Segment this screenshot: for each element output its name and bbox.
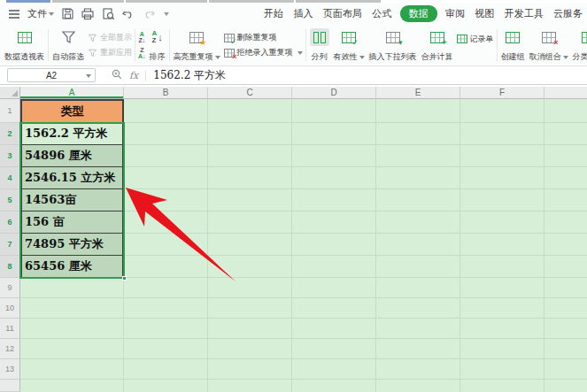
cell-a6[interactable]: 156 亩 — [20, 211, 124, 234]
empty-cells[interactable] — [124, 319, 587, 339]
row-header-6[interactable]: 6 — [0, 211, 20, 234]
sort-icon: AZ↓ — [151, 28, 162, 46]
sort-button[interactable]: AZ↓ 排序 — [149, 26, 166, 65]
doc-tab-edge[interactable] — [126, 0, 207, 3]
tab-view[interactable]: 视图 — [473, 5, 496, 22]
row-header-12[interactable]: 12 — [0, 339, 20, 359]
empty-cell[interactable] — [20, 380, 124, 392]
pivot-table-button[interactable]: 数据透视表 — [4, 26, 45, 65]
tab-formulas[interactable]: 公式 — [370, 5, 393, 22]
cell-a3[interactable]: 54896 厘米 — [20, 145, 124, 167]
cell-a7[interactable]: 74895 平方米 — [20, 234, 124, 256]
empty-cells[interactable] — [124, 167, 587, 189]
row-header-7[interactable]: 7 — [0, 234, 20, 256]
validation-button[interactable]: ✓ 有效性 — [333, 26, 366, 65]
subtotal-button[interactable]: ± 分类汇总 — [572, 26, 587, 65]
save-icon[interactable] — [60, 7, 74, 21]
empty-cells[interactable] — [124, 380, 587, 392]
reject-duplicates-button[interactable]: × 拒绝录入重复项 — [224, 47, 303, 58]
print-icon[interactable] — [81, 7, 95, 21]
row-header-10[interactable]: 10 — [0, 298, 20, 319]
tab-home[interactable]: 开始 — [262, 5, 285, 22]
empty-cells[interactable] — [124, 298, 587, 319]
column-header-partial[interactable] — [545, 87, 587, 99]
tab-insert[interactable]: 插入 — [291, 5, 314, 22]
column-header-f[interactable]: F — [460, 87, 545, 99]
insert-function-icon[interactable]: fx — [129, 70, 138, 81]
empty-cells[interactable] — [124, 123, 587, 145]
row-header-13[interactable]: 13 — [0, 359, 20, 380]
tab-developer[interactable]: 开发工具 — [503, 5, 545, 22]
row-header-8[interactable]: 8 — [0, 256, 20, 278]
hamburger-menu-icon[interactable] — [7, 7, 21, 21]
empty-cells[interactable] — [124, 256, 587, 278]
doc-tab-edge[interactable] — [209, 0, 294, 3]
highlight-duplicates-button[interactable]: ★ 高亮重复项 — [173, 26, 221, 65]
insert-dropdown-list-button[interactable]: ▾ 插入下拉列表 — [368, 26, 418, 65]
reapply-button[interactable]: 重新应用 — [88, 47, 132, 58]
cell-a2-active[interactable]: 1562.2 平方米 — [20, 123, 124, 145]
create-group-button[interactable]: 创建组 — [500, 26, 526, 65]
tab-data[interactable]: 数据 — [400, 5, 437, 22]
empty-cells[interactable] — [124, 278, 587, 298]
empty-cell[interactable] — [20, 339, 124, 359]
formula-input[interactable]: 1562.2 平方米 — [153, 68, 226, 83]
row-header-3[interactable]: 3 — [0, 145, 20, 167]
validation-label: 有效性 — [334, 51, 358, 63]
empty-cells[interactable] — [124, 145, 587, 167]
row-header-11[interactable]: 11 — [0, 319, 20, 339]
tab-page-layout[interactable]: 页面布局 — [321, 5, 364, 22]
empty-cell[interactable] — [20, 278, 124, 298]
text-to-columns-label: 分列 — [312, 51, 328, 63]
column-header-a[interactable]: A — [20, 87, 124, 99]
ungroup-button[interactable]: × 取消组合 — [529, 26, 569, 65]
auto-filter-button[interactable]: 自动筛选 — [51, 26, 85, 65]
quick-access-more-icon[interactable] — [164, 12, 169, 16]
sort-descending-icon[interactable]: ZA↓ — [138, 47, 146, 59]
empty-cell[interactable] — [20, 359, 124, 380]
undo-icon[interactable] — [121, 7, 135, 21]
doc-tab-edge[interactable] — [296, 0, 381, 3]
empty-cells[interactable] — [124, 99, 587, 123]
record-form-button[interactable]: 记录单 — [457, 34, 494, 45]
active-doc-tab-edge[interactable] — [6, 0, 50, 3]
remove-duplicates-button[interactable]: ✓ 删除重复项 — [224, 32, 303, 43]
column-header-d[interactable]: D — [292, 87, 376, 99]
name-box-dropdown-icon[interactable] — [86, 74, 91, 78]
show-all-button[interactable]: 全部显示 — [88, 32, 132, 43]
name-box[interactable]: A2 — [7, 68, 96, 82]
tab-cloud[interactable]: 云服务 — [552, 5, 584, 22]
empty-cells[interactable] — [124, 339, 587, 359]
empty-cells[interactable] — [124, 211, 587, 234]
tab-review[interactable]: 审阅 — [444, 5, 467, 22]
print-preview-icon[interactable] — [101, 7, 115, 21]
doc-tab-edge[interactable] — [52, 0, 124, 3]
row-header-5[interactable]: 5 — [0, 189, 20, 211]
text-to-columns-button[interactable]: 分列 — [309, 26, 330, 65]
subtotal-icon: ± — [582, 32, 587, 43]
cell-a5[interactable]: 14563亩 — [20, 189, 124, 211]
empty-cell[interactable] — [20, 298, 124, 319]
row-header-1[interactable]: 1 — [0, 99, 20, 123]
consolidate-button[interactable]: + 合并计算 — [421, 26, 454, 65]
empty-cells[interactable] — [124, 234, 587, 256]
column-header-c[interactable]: C — [208, 87, 292, 99]
row-header-4[interactable]: 4 — [0, 167, 20, 189]
magnifier-icon[interactable] — [112, 67, 122, 83]
select-all-corner[interactable] — [0, 87, 20, 99]
row-header-14-partial[interactable] — [0, 380, 20, 392]
cell-a4[interactable]: 2546.15 立方米 — [20, 167, 124, 189]
redo-icon[interactable] — [142, 7, 156, 21]
empty-cell[interactable] — [20, 319, 124, 339]
cell-a1[interactable]: 类型 — [20, 99, 124, 123]
file-menu[interactable]: 文件 — [27, 7, 54, 20]
row-header-2[interactable]: 2 — [0, 123, 20, 145]
sort-ascending-icon[interactable]: AZ↓ — [138, 31, 146, 43]
column-header-e[interactable]: E — [376, 87, 460, 99]
empty-cells[interactable] — [124, 359, 587, 380]
cell-a8[interactable]: 65456 厘米 — [20, 256, 124, 278]
row-header-9[interactable]: 9 — [0, 278, 20, 298]
empty-cells[interactable] — [124, 189, 587, 211]
column-header-b[interactable]: B — [124, 87, 208, 99]
select-all-icon — [12, 90, 18, 96]
